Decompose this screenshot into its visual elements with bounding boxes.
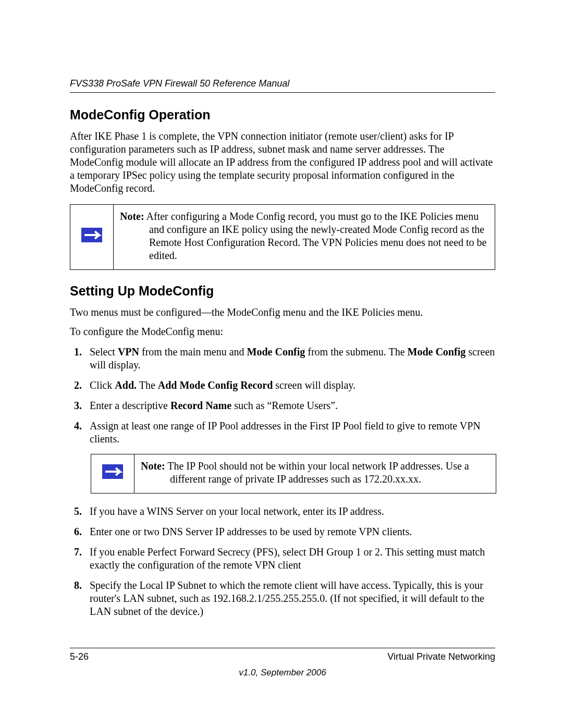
para-modeconfig-operation: After IKE Phase 1 is complete, the VPN c… [70,130,495,195]
note-1-text: Note: After configuring a Mode Config re… [114,205,495,269]
step-5: If you have a WINS Server on your local … [84,505,495,518]
steps-list-a: Select VPN from the main menu and Mode C… [70,346,495,446]
note-1-line1: After configuring a Mode Config record, … [144,211,479,222]
note-1-rest: and configure an IKE policy using the ne… [120,223,488,262]
note-label: Note: [120,211,144,222]
para-two-menus: Two menus must be configured—the ModeCon… [70,306,495,319]
note-label: Note: [141,460,165,472]
arrow-right-icon [81,228,102,242]
step-8: Specify the Local IP Subnet to which the… [84,579,495,618]
step-3: Enter a descriptive Record Name such as … [84,399,495,412]
heading-setting-up-modeconfig: Setting Up ModeConfig [70,283,495,299]
step-2: Click Add. The Add Mode Config Record sc… [84,379,495,392]
note-2-rest: different range of private IP addresses … [141,473,489,486]
note-box-1: Note: After configuring a Mode Config re… [70,204,495,270]
running-header: FVS338 ProSafe VPN Firewall 50 Reference… [70,78,495,89]
note-box-2: Note: The IP Pool should not be within y… [91,454,496,493]
chapter-title: Virtual Private Networking [387,651,495,662]
step-1: Select VPN from the main menu and Mode C… [84,346,495,372]
step-7: If you enable Perfect Forward Secrecy (P… [84,546,495,572]
page-footer: 5-26 Virtual Private Networking v1.0, Se… [70,648,495,678]
step-6: Enter one or two DNS Server IP addresses… [84,525,495,538]
header-rule [70,92,495,93]
heading-modeconfig-operation: ModeConfig Operation [70,107,495,122]
note-2-line1: The IP Pool should not be within your lo… [165,460,469,472]
arrow-right-icon [102,464,123,479]
page: FVS338 ProSafe VPN Firewall 50 Reference… [0,0,563,728]
doc-version: v1.0, September 2006 [70,668,495,678]
para-to-configure: To configure the ModeConfig menu: [70,325,495,338]
step-4: Assign at least one range of IP Pool add… [84,419,495,446]
note-2-text: Note: The IP Pool should not be within y… [134,454,496,493]
steps-list-b: If you have a WINS Server on your local … [70,505,495,618]
footer-rule [70,648,495,648]
page-number: 5-26 [70,651,89,662]
